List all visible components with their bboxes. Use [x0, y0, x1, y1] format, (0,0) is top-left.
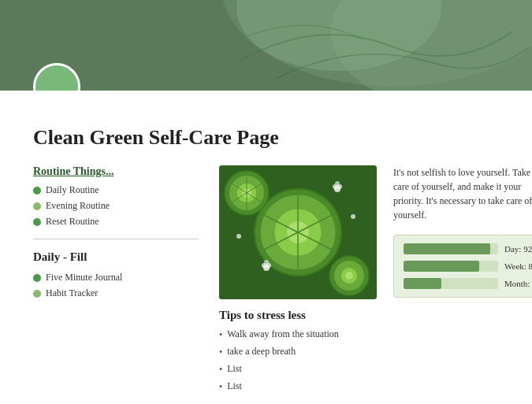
tip-item: • take a deep breath	[219, 346, 377, 358]
progress-label-day: Day: 92%	[504, 244, 532, 254]
daily-item-label: Five Minute Journal	[46, 272, 122, 284]
tips-section: Tips to stress less • Walk away from the…	[219, 309, 377, 398]
dot-icon	[33, 187, 41, 195]
list-item: Habit Tracker	[33, 287, 199, 299]
bullet-icon: •	[219, 329, 222, 341]
svg-point-30	[335, 181, 340, 186]
tip-item: • Walk away from the situation	[219, 328, 377, 341]
svg-point-31	[351, 214, 355, 219]
progress-bar-fill-week	[404, 261, 479, 272]
progress-row-day: Day: 92%	[404, 243, 532, 254]
left-column: Routine Things... Daily Routine Evening …	[33, 165, 206, 303]
lime-image	[219, 165, 377, 299]
daily-item-label: Habit Tracker	[46, 287, 98, 299]
dot-icon	[33, 274, 41, 282]
svg-point-26	[264, 260, 269, 265]
progress-row-week: Week: 80%	[404, 261, 532, 272]
right-column: It's not selfish to love yourself. Take …	[389, 165, 532, 298]
routine-section-title[interactable]: Routine Things...	[33, 165, 199, 178]
bullet-icon: •	[219, 381, 222, 393]
tip-text: List	[227, 363, 242, 375]
middle-column: Tips to stress less • Walk away from the…	[219, 165, 377, 398]
tip-text: Walk away from the situation	[227, 328, 339, 340]
quote-text: It's not selfish to love yourself. Take …	[393, 165, 532, 222]
dot-icon	[33, 218, 41, 226]
progress-section: Day: 92% Week: 80% Month: 40%	[393, 235, 532, 298]
progress-label-month: Month: 40%	[504, 279, 532, 288]
tip-item: • List	[219, 380, 377, 393]
tips-title: Tips to stress less	[219, 309, 377, 322]
tip-text: List	[227, 380, 242, 392]
divider	[33, 239, 199, 239]
svg-point-22	[345, 272, 353, 280]
list-item: Evening Routine	[33, 200, 199, 212]
header	[0, 0, 532, 91]
dot-icon	[33, 202, 41, 210]
list-item: Reset Routine	[33, 216, 199, 228]
main-content: Clean Green Self-Care Page Routine Thing…	[0, 91, 532, 404]
tip-text: take a deep breath	[227, 346, 296, 358]
page-title: Clean Green Self-Care Page	[33, 126, 499, 150]
dot-icon	[33, 290, 41, 298]
routine-item-label: Daily Routine	[46, 184, 99, 196]
progress-bar-fill-month	[404, 278, 441, 289]
progress-bar-fill-day	[404, 243, 490, 254]
svg-point-32	[236, 234, 241, 239]
progress-row-month: Month: 40%	[404, 278, 532, 289]
tip-item: • List	[219, 363, 377, 376]
routine-item-label: Evening Routine	[46, 200, 110, 212]
progress-bar-bg-day	[404, 243, 498, 254]
bullet-icon: •	[219, 347, 222, 358]
progress-bar-bg-month	[404, 278, 498, 289]
progress-label-week: Week: 80%	[504, 261, 532, 271]
list-item: Daily Routine	[33, 184, 199, 196]
bullet-icon: •	[219, 364, 222, 376]
progress-bar-bg-week	[404, 261, 498, 272]
routine-item-label: Reset Routine	[46, 216, 99, 228]
content-grid: Routine Things... Daily Routine Evening …	[33, 165, 499, 398]
list-item: Five Minute Journal	[33, 272, 199, 284]
daily-section-title: Daily - Fill	[33, 250, 199, 264]
